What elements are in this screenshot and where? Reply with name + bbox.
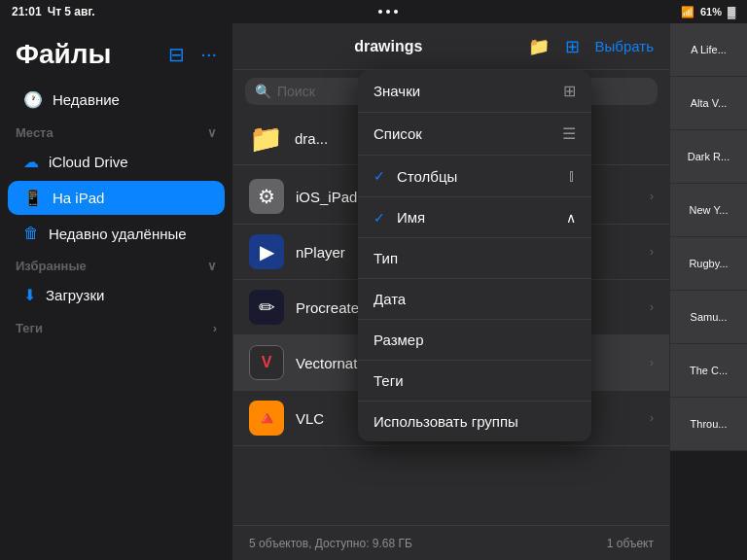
folder-name-drawings: dra... bbox=[295, 130, 328, 147]
dropdown-item-tags[interactable]: Теги bbox=[358, 361, 591, 402]
deleted-label: Недавно удалённые bbox=[49, 226, 187, 242]
icloud-icon: ☁ bbox=[23, 153, 39, 171]
downloads-label: Загрузки bbox=[46, 287, 104, 303]
right-panel-label-1: Alta V... bbox=[691, 97, 728, 109]
dropdown-name-left: ✓ Имя bbox=[374, 209, 425, 226]
status-left: 21:01 Чт 5 авг. bbox=[12, 5, 95, 18]
file-icon-vlc: 🔺 bbox=[249, 401, 284, 436]
folder-icon[interactable]: 📁 bbox=[528, 36, 550, 57]
tags-label: Теги bbox=[16, 321, 43, 335]
dropdown-tags-label: Теги bbox=[374, 372, 404, 389]
battery-level: 61% bbox=[700, 6, 722, 18]
dropdown-columns-check: ✓ bbox=[374, 168, 385, 184]
recent-label: Недавние bbox=[53, 91, 120, 108]
ipad-icon: 📱 bbox=[23, 189, 43, 207]
app-container: Файлы ⊟ ··· 🕐 Недавние Места ∨ ☁ iCloud … bbox=[0, 23, 747, 560]
dropdown-item-size[interactable]: Размер bbox=[358, 320, 591, 361]
dropdown-date-label: Дата bbox=[374, 291, 406, 307]
dropdown-name-check: ✓ bbox=[374, 210, 385, 226]
right-panel-item-2[interactable]: Dark R... bbox=[670, 130, 747, 184]
favorites-chevron: ∨ bbox=[207, 259, 217, 273]
file-chevron-procreate: › bbox=[650, 300, 654, 314]
folder-blue-icon: 📁 bbox=[249, 122, 283, 155]
sidebar-title: Файлы bbox=[16, 39, 111, 70]
dropdown-item-icons[interactable]: Значки ⊞ bbox=[358, 70, 591, 113]
main-content: drawings 📁 ⊞ Выбрать 🔍 📁 dra... ⚙ iOS_iP… bbox=[233, 23, 669, 560]
ipad-label: На iPad bbox=[53, 190, 104, 206]
sidebar-icons: ⊟ ··· bbox=[168, 43, 217, 66]
tags-chevron: › bbox=[213, 321, 217, 335]
sidebar-item-recent[interactable]: 🕐 Недавние bbox=[8, 83, 225, 117]
right-panel-item-5[interactable]: Samu... bbox=[670, 291, 747, 344]
downloads-icon: ⬇ bbox=[23, 286, 36, 304]
right-panel-item-6[interactable]: The C... bbox=[670, 344, 747, 398]
grid-icon[interactable]: ⊞ bbox=[565, 36, 580, 57]
search-icon: 🔍 bbox=[255, 84, 271, 99]
dropdown-groups-label: Использовать группы bbox=[374, 413, 518, 430]
status-bar: 21:01 Чт 5 авг. 📶 61% ▓ bbox=[0, 0, 747, 23]
dropdown-columns-icon: ⫿ bbox=[568, 167, 576, 185]
sidebar-item-ipad[interactable]: 📱 На iPad bbox=[8, 181, 225, 215]
topbar: drawings 📁 ⊞ Выбрать bbox=[233, 23, 669, 70]
dropdown-type-label: Тип bbox=[374, 250, 398, 266]
file-chevron-vectornator: › bbox=[650, 356, 654, 369]
right-panel-label-5: Samu... bbox=[691, 311, 728, 323]
right-panel: A Life... Alta V... Dark R... New Y... R… bbox=[669, 23, 747, 560]
sidebar-item-icloud[interactable]: ☁ iCloud Drive bbox=[8, 145, 225, 179]
dropdown-list-icon: ☰ bbox=[562, 124, 576, 143]
favorites-label: Избранные bbox=[16, 259, 87, 273]
bottom-status: 5 объектов, Доступно: 9.68 ГБ 1 объект bbox=[233, 525, 669, 560]
right-panel-label-3: New Y... bbox=[690, 204, 729, 216]
right-panel-label-6: The C... bbox=[690, 365, 728, 376]
right-panel-item-3[interactable]: New Y... bbox=[670, 184, 747, 237]
file-chevron-vlc: › bbox=[650, 411, 654, 425]
favorites-section-label: Избранные ∨ bbox=[0, 251, 232, 277]
topbar-right: 📁 ⊞ Выбрать bbox=[528, 36, 654, 57]
tags-section-label: Теги › bbox=[0, 313, 232, 339]
dropdown-item-groups[interactable]: Использовать группы bbox=[358, 402, 591, 441]
file-icon-vectornator: V bbox=[249, 345, 284, 380]
wifi-icon: 📶 bbox=[681, 6, 694, 18]
dropdown-icons-icon: ⊞ bbox=[563, 82, 576, 100]
dropdown-item-name[interactable]: ✓ Имя ∧ bbox=[358, 197, 591, 238]
right-panel-item-1[interactable]: Alta V... bbox=[670, 77, 747, 130]
sidebar: Файлы ⊟ ··· 🕐 Недавние Места ∨ ☁ iCloud … bbox=[0, 23, 233, 560]
right-panel-item-7[interactable]: Throu... bbox=[670, 398, 747, 451]
sidebar-item-downloads[interactable]: ⬇ Загрузки bbox=[8, 278, 225, 312]
right-panel-item-4[interactable]: Rugby... bbox=[670, 237, 747, 291]
dropdown-item-type[interactable]: Тип bbox=[358, 238, 591, 279]
file-icon-nplayer: ▶ bbox=[249, 234, 284, 269]
bottom-status-right: 1 объект bbox=[607, 537, 654, 550]
dropdown-item-columns[interactable]: ✓ Столбцы ⫿ bbox=[358, 156, 591, 197]
file-chevron-nplayer: › bbox=[650, 245, 654, 259]
dropdown-size-label: Размер bbox=[374, 332, 424, 348]
places-chevron: ∨ bbox=[207, 125, 217, 140]
recent-icon: 🕐 bbox=[23, 90, 43, 109]
dropdown-name-label: Имя bbox=[397, 209, 425, 226]
dropdown-item-date[interactable]: Дата bbox=[358, 279, 591, 320]
file-chevron-profile: › bbox=[650, 190, 654, 203]
status-day: Чт 5 авг. bbox=[48, 5, 95, 18]
right-panel-item-0[interactable]: A Life... bbox=[670, 23, 747, 77]
status-dots bbox=[378, 10, 398, 14]
file-icon-profile: ⚙ bbox=[249, 179, 284, 214]
dropdown-columns-left: ✓ Столбцы bbox=[374, 168, 457, 185]
dropdown-icons-left: Значки bbox=[374, 83, 420, 99]
dropdown-menu: Значки ⊞ Список ☰ ✓ Столбцы ⫿ ✓ bbox=[358, 70, 591, 441]
dropdown-name-arrow: ∧ bbox=[566, 210, 576, 226]
dropdown-list-label: Список bbox=[374, 125, 422, 142]
right-panel-label-0: A Life... bbox=[691, 44, 727, 55]
sidebar-squares-icon[interactable]: ⊟ bbox=[168, 43, 185, 66]
status-time: 21:01 bbox=[12, 5, 42, 18]
dropdown-item-list[interactable]: Список ☰ bbox=[358, 113, 591, 156]
right-panel-label-2: Dark R... bbox=[688, 151, 729, 162]
sidebar-item-deleted[interactable]: 🗑 Недавно удалённые bbox=[8, 217, 225, 250]
select-button[interactable]: Выбрать bbox=[595, 38, 654, 54]
file-icon-procreate: ✏ bbox=[249, 290, 284, 325]
sidebar-more-icon[interactable]: ··· bbox=[200, 43, 217, 66]
topbar-title: drawings bbox=[249, 38, 528, 55]
dropdown-icons-label: Значки bbox=[374, 83, 420, 99]
dropdown-columns-label: Столбцы bbox=[397, 168, 457, 185]
icloud-label: iCloud Drive bbox=[49, 154, 128, 170]
sidebar-header: Файлы ⊟ ··· bbox=[0, 35, 232, 82]
